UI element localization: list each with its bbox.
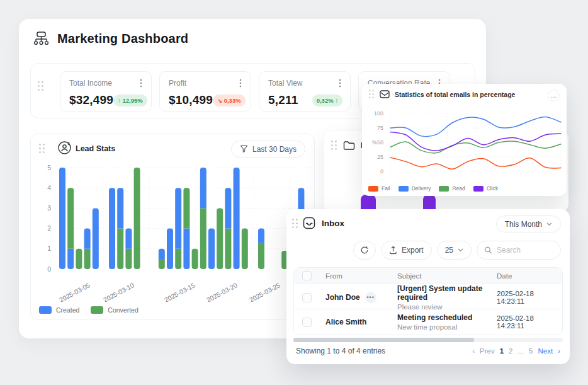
chevron-down-icon (546, 222, 552, 226)
bar-segment (84, 249, 91, 269)
bar-segment (183, 229, 189, 269)
column-header-subject: Subject (397, 272, 497, 280)
bar-segment (59, 168, 65, 269)
drag-handle-icon[interactable] (291, 218, 298, 229)
svg-text:75: 75 (377, 125, 383, 131)
search-input[interactable] (497, 246, 553, 255)
horizontal-scrollbar (293, 338, 563, 342)
drag-handle-icon[interactable] (368, 89, 375, 99)
subject-cell: [Urgent] System update requiredPlease re… (397, 284, 497, 311)
table-row[interactable]: John Doe•••[Urgent] System update requir… (294, 284, 562, 309)
bar-segment (234, 168, 240, 269)
pagination-item-next[interactable]: Next (538, 347, 553, 355)
pagination-item-[interactable]: › (558, 347, 560, 355)
bar-segment (125, 249, 132, 269)
from-cell: Alice Smith (325, 318, 397, 326)
subject-preview: Please review (397, 303, 497, 311)
drag-handle-icon[interactable] (331, 140, 337, 151)
bar-segment (242, 229, 248, 269)
from-cell: John Doe••• (325, 292, 397, 303)
lead-user-icon: $ (57, 141, 72, 155)
stat-card-total-view: Total View 5,211 0,32% ↑ (259, 71, 351, 112)
sender-name: John Doe (325, 293, 360, 302)
kebab-menu-icon[interactable] (337, 78, 342, 89)
bar-segment (117, 229, 123, 269)
inbox-icon (303, 217, 315, 229)
legend-label: Created (56, 306, 79, 314)
bar-segment (93, 208, 99, 269)
bar-segment (76, 249, 82, 269)
search-box[interactable] (477, 241, 561, 260)
page-title: Marketing Dashboard (57, 32, 188, 46)
legend-item-read[interactable]: Read (439, 185, 465, 192)
row-checkbox[interactable] (302, 293, 312, 302)
select-all-checkbox[interactable] (302, 271, 312, 280)
bar-segment (67, 249, 74, 269)
row-checkbox[interactable] (302, 318, 312, 327)
svg-text:2025-03-20: 2025-03-20 (205, 281, 239, 302)
funnel-icon (240, 145, 248, 153)
inbox-card: Inbox This Month Export 25 (286, 209, 570, 364)
date-cell: 2025-02-18 14:23:11 (497, 314, 562, 330)
stat-value: $10,499 (169, 93, 213, 107)
email-stats-chart: 0255075100% (367, 103, 563, 176)
email-stats-header: Statistics of total emails in percentage (368, 89, 515, 99)
page-size-selector[interactable]: 25 (437, 241, 472, 260)
legend-swatch (91, 306, 103, 314)
refresh-button[interactable] (353, 241, 376, 260)
legend-item-delivery[interactable]: Delivery (399, 185, 431, 192)
more-menu-icon[interactable]: … (548, 89, 560, 101)
horizontal-scrollbar-thumb[interactable] (293, 338, 474, 342)
refresh-icon (360, 246, 369, 255)
pagination-item-[interactable]: ‹ (472, 347, 475, 355)
pagination-item-5[interactable]: 5 (529, 347, 533, 355)
trend-badge: 0,32% ↑ (312, 95, 342, 106)
svg-text:%: % (372, 139, 377, 146)
legend-item-fail[interactable]: Fail (368, 185, 390, 192)
export-label: Export (402, 246, 424, 255)
drag-handle-icon[interactable] (38, 143, 45, 154)
bar-segment (208, 229, 215, 269)
bar-segment (117, 188, 123, 228)
kebab-menu-icon[interactable] (238, 78, 243, 89)
legend-item-converted[interactable]: Converted (91, 306, 138, 314)
legend-item-created[interactable]: Created (39, 306, 79, 314)
stat-label: Profit (169, 79, 186, 88)
kebab-menu-icon[interactable] (139, 78, 144, 89)
legend-swatch (39, 306, 52, 314)
legend-swatch (473, 186, 483, 192)
stat-value: $32,499 (69, 93, 113, 107)
filter-range-button[interactable]: Last 30 Days (231, 141, 305, 158)
period-selector-button[interactable]: This Month (496, 215, 561, 233)
svg-text:5: 5 (47, 164, 51, 171)
trend-badge: ↑ 12,95% (113, 95, 147, 106)
bar-segment (225, 188, 231, 228)
trend-badge: ↘ 0,33% (213, 95, 246, 106)
legend-label: Click (487, 185, 498, 192)
stat-label: Total View (268, 79, 302, 88)
svg-text:4: 4 (47, 184, 51, 192)
svg-text:2025-03-10: 2025-03-10 (102, 281, 135, 302)
subject-cell: Meeting rescheduledNew time proposal (397, 313, 497, 331)
pagination-item-prev[interactable]: Prev (480, 347, 495, 355)
legend-swatch (439, 186, 449, 192)
legend-item-click[interactable]: Click (473, 185, 498, 192)
pagination-item-2[interactable]: 2 (509, 347, 512, 355)
export-button[interactable]: Export (381, 241, 432, 260)
table-row[interactable]: Alice SmithMeeting rescheduledNew time p… (294, 309, 562, 335)
bar-segment (192, 249, 198, 269)
lead-stats-legend: CreatedConverted (39, 306, 139, 314)
svg-text:100: 100 (374, 110, 383, 117)
row-more-button[interactable]: ••• (365, 292, 376, 303)
bar-segment (159, 259, 165, 269)
bar-segment (175, 188, 181, 249)
period-selector-value: This Month (505, 220, 542, 229)
bar-segment (125, 229, 132, 249)
bar-segment (109, 188, 115, 269)
pagination-item-[interactable]: ... (518, 347, 524, 355)
pagination-item-1[interactable]: 1 (500, 347, 504, 355)
svg-text:0: 0 (380, 168, 383, 175)
drag-handle-icon[interactable] (37, 81, 44, 91)
legend-swatch (399, 186, 409, 192)
lead-stats-title: Lead Stats (76, 144, 115, 153)
